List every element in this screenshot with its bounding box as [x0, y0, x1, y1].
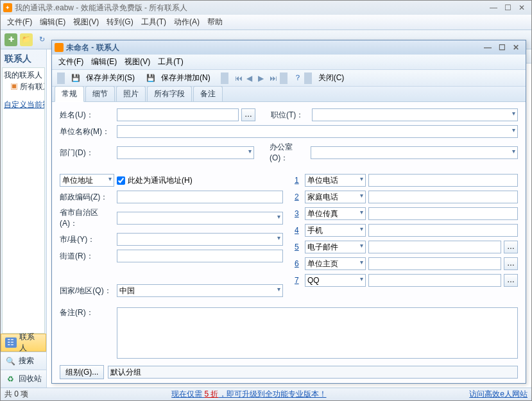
phone-type-5[interactable] — [305, 241, 366, 253]
sidebar-tab-recycle[interactable]: ♻回收站 — [1, 370, 46, 388]
sidebar-tab-search[interactable]: 🔍搜索 — [1, 352, 46, 370]
phone-index-5[interactable]: 5 — [295, 243, 302, 252]
phone-extra-6[interactable]: … — [504, 257, 518, 270]
input-city[interactable] — [117, 233, 283, 246]
save-icon: 💾 — [71, 74, 80, 83]
new-icon[interactable]: ✚ — [4, 33, 17, 46]
phone-value-3[interactable] — [368, 207, 518, 220]
tab-photo[interactable]: 照片 — [116, 86, 146, 101]
group-display — [108, 366, 518, 379]
status-promo-link[interactable]: 现在仅需 5 折，即可升级到全功能专业版本！ — [28, 389, 469, 400]
status-count: 共 0 项 — [4, 389, 28, 400]
phone-value-5[interactable] — [368, 241, 501, 253]
tree-node-all[interactable]: ▣ 所有联系 — [4, 81, 43, 92]
folder-icon[interactable]: 📁 — [20, 33, 33, 46]
menu-action[interactable]: 动作(A) — [170, 15, 203, 29]
dmenu-tools[interactable]: 工具(T) — [154, 55, 187, 69]
input-dept[interactable] — [117, 146, 254, 159]
tab-detail[interactable]: 细节 — [85, 86, 115, 101]
phone-value-7[interactable] — [368, 274, 501, 287]
contact-dialog: 未命名 - 联系人 — ☐ ✕ 文件(F) 编辑(E) 视图(V) 工具(T) … — [51, 40, 526, 384]
label-dept: 部门(D)： — [60, 148, 114, 158]
phone-index-6[interactable]: 6 — [295, 259, 302, 268]
tree-root[interactable]: 我的联系人 — [4, 69, 43, 81]
label-street: 街道(R)： — [60, 251, 114, 262]
phone-index-7[interactable]: 7 — [295, 276, 302, 285]
phone-type-6[interactable] — [305, 257, 366, 270]
input-office[interactable] — [311, 146, 518, 159]
group-button[interactable]: 组别(G)... — [60, 365, 104, 379]
dmenu-file[interactable]: 文件(F) — [55, 55, 87, 69]
addr-type-combo[interactable] — [60, 174, 114, 187]
menu-help[interactable]: 帮助 — [203, 15, 227, 29]
customize-view-link[interactable]: 自定义当前视 — [4, 99, 43, 110]
label-jobtitle: 职位(T)： — [271, 110, 309, 121]
dialog-minimize-button[interactable]: — — [481, 42, 495, 53]
input-street[interactable] — [117, 250, 283, 262]
sidebar-tree[interactable]: 我的联系人 ▣ 所有联系 自定义当前视 — [2, 67, 45, 334]
phone-value-2[interactable] — [368, 191, 518, 203]
dialog-menubar: 文件(F) 编辑(E) 视图(V) 工具(T) — [52, 55, 526, 70]
input-remark[interactable] — [117, 307, 518, 359]
menu-tools[interactable]: 工具(T) — [137, 15, 170, 29]
phone-type-1[interactable] — [305, 174, 366, 187]
label-country: 国家/地区(Q)： — [60, 286, 114, 296]
input-company[interactable] — [117, 125, 518, 138]
phone-index-3[interactable]: 3 — [295, 209, 302, 218]
name-picker-button[interactable]: … — [241, 108, 255, 121]
sidebar-title: 联系人 — [1, 49, 46, 67]
input-country[interactable] — [117, 284, 283, 297]
menu-goto[interactable]: 转到(G) — [103, 15, 137, 29]
close-button[interactable]: ✕ — [515, 3, 529, 13]
contacts-icon: ☷ — [5, 337, 17, 348]
main-titlebar: ✦ 我的通讯录.eabw - 效能通讯录免费版 - 所有联系人 — ☐ ✕ — [1, 1, 531, 15]
refresh-icon[interactable]: ↻ — [35, 33, 48, 46]
main-title: 我的通讯录.eabw - 效能通讯录免费版 - 所有联系人 — [15, 3, 187, 13]
input-province[interactable] — [117, 212, 283, 225]
tab-general[interactable]: 常规 — [55, 86, 84, 102]
phone-extra-7[interactable]: … — [504, 274, 518, 287]
tab-strip: 常规 细节 照片 所有字段 备注 — [52, 87, 526, 102]
phone-index-1[interactable]: 1 — [295, 176, 302, 185]
label-office: 办公室(O)： — [270, 142, 308, 164]
save-close-button[interactable]: 💾保存并关闭(S) — [67, 70, 142, 86]
status-site-link[interactable]: 访问高效e人网站 — [469, 389, 528, 400]
label-province: 省市自治区(A)： — [60, 207, 114, 229]
dialog-maximize-button[interactable]: ☐ — [495, 42, 509, 53]
maximize-button[interactable]: ☐ — [501, 3, 515, 13]
dmenu-view[interactable]: 视图(V) — [121, 55, 154, 69]
input-zip[interactable] — [117, 191, 283, 203]
phone-value-1[interactable] — [368, 174, 518, 187]
menu-file[interactable]: 文件(F) — [3, 15, 36, 29]
dmenu-edit[interactable]: 编辑(E) — [87, 55, 121, 69]
label-company: 单位名称(M)： — [60, 126, 114, 137]
help-button[interactable]: ？ — [290, 71, 302, 85]
phone-index-4[interactable]: 4 — [295, 226, 302, 235]
dialog-close-button[interactable]: ✕ — [509, 42, 523, 53]
label-remark: 备注(R)： — [60, 307, 114, 318]
phone-type-4[interactable] — [305, 224, 366, 237]
nav-last-button[interactable]: ⏭ — [266, 73, 277, 84]
tab-notes[interactable]: 备注 — [193, 86, 223, 101]
phone-extra-5[interactable]: … — [504, 241, 518, 253]
phone-type-7[interactable] — [305, 274, 366, 287]
phone-index-2[interactable]: 2 — [295, 192, 302, 201]
phone-type-2[interactable] — [305, 191, 366, 203]
mail-addr-checkbox[interactable] — [117, 176, 125, 185]
dtoolbar-close-button[interactable]: 关闭(C) — [314, 71, 348, 85]
input-name[interactable] — [117, 108, 239, 121]
phone-value-4[interactable] — [368, 224, 518, 237]
nav-first-button[interactable]: ⏮ — [231, 73, 243, 84]
sidebar-tab-contacts[interactable]: ☷联系人 — [1, 334, 46, 352]
phone-type-3[interactable] — [305, 207, 366, 220]
nav-prev-button[interactable]: ◀ — [243, 73, 254, 84]
input-jobtitle[interactable] — [312, 108, 518, 121]
main-menubar: 文件(F) 编辑(E) 视图(V) 转到(G) 工具(T) 动作(A) 帮助 — [1, 15, 531, 30]
menu-view[interactable]: 视图(V) — [69, 15, 103, 29]
phone-value-6[interactable] — [368, 257, 501, 270]
minimize-button[interactable]: — — [486, 3, 501, 13]
save-add-button[interactable]: 💾保存并增加(N) — [142, 70, 218, 86]
tab-allfields[interactable]: 所有字段 — [147, 86, 192, 101]
menu-edit[interactable]: 编辑(E) — [36, 15, 69, 29]
nav-next-button[interactable]: ▶ — [254, 73, 266, 84]
